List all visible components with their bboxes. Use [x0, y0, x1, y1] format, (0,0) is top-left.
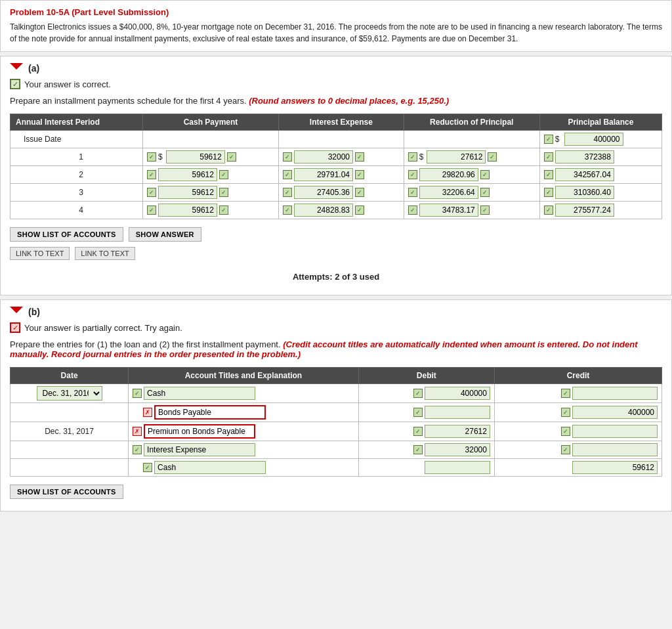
- credit-check-premium: ✓: [561, 427, 570, 436]
- interest-input-3[interactable]: [294, 186, 353, 199]
- reduction-check-4: ✓: [408, 206, 417, 215]
- link-row: LINK TO TEXT LINK TO TEXT: [10, 247, 662, 260]
- interest-check-4b: ✓: [355, 206, 364, 215]
- account-input-bonds[interactable]: [154, 405, 266, 420]
- balance-check-icon: ✓: [544, 135, 553, 144]
- balance-check-3: ✓: [544, 188, 553, 197]
- account-check-premium-error: ✗: [133, 427, 142, 436]
- credit-check-cash-1: ✓: [561, 389, 570, 398]
- period-1: 1: [10, 148, 143, 166]
- cash-check-3: ✓: [147, 188, 156, 197]
- credit-input-interest[interactable]: [572, 443, 658, 456]
- partial-answer-banner: ✓ Your answer is partially correct. Try …: [10, 322, 662, 333]
- account-check-cash-2: ✓: [143, 463, 152, 472]
- cash-check-1b: ✓: [227, 152, 236, 162]
- debit-check-premium: ✓: [413, 427, 423, 436]
- correct-text: Your answer is correct.: [24, 79, 111, 89]
- balance-input-4[interactable]: [555, 204, 614, 217]
- account-check-interest: ✓: [133, 445, 142, 454]
- balance-check-1: ✓: [544, 152, 553, 162]
- cash-check-2b: ✓: [219, 170, 228, 179]
- credit-input-cash-1[interactable]: [572, 387, 658, 400]
- debit-input-premium[interactable]: [425, 425, 490, 438]
- j-col-date: Date: [10, 368, 129, 384]
- interest-check-2b: ✓: [355, 170, 364, 179]
- debit-check-bonds: ✓: [413, 408, 423, 417]
- show-answer-button[interactable]: SHOW ANSWER: [129, 227, 201, 242]
- partial-text: Your answer is partially correct. Try ag…: [24, 323, 182, 333]
- cash-input-1[interactable]: [166, 150, 225, 163]
- section-part-b: (b) ✓ Your answer is partially correct. …: [0, 299, 672, 511]
- interest-input-1[interactable]: [294, 150, 353, 163]
- show-list-button-a[interactable]: SHOW LIST OF ACCOUNTS: [10, 227, 123, 242]
- balance-check-4: ✓: [544, 206, 553, 215]
- show-list-button-b[interactable]: SHOW LIST OF ACCOUNTS: [10, 485, 123, 499]
- link-text-button-1[interactable]: LINK TO TEXT: [10, 247, 70, 260]
- col-period: Annual Interest Period: [10, 114, 143, 131]
- journal-row-2-interest: ✓ ✓ ✓: [10, 441, 662, 459]
- journal-table: Date Account Titles and Explanation Debi…: [10, 367, 662, 477]
- balance-input-1[interactable]: [555, 150, 614, 163]
- account-check-cash-1: ✓: [133, 389, 142, 398]
- credit-check-interest: ✓: [561, 445, 570, 454]
- dollar-sign: $: [158, 152, 163, 162]
- section-a-header: (a): [10, 63, 662, 74]
- journal-row-2-premium: Dec. 31, 2017 ✗ ✓: [10, 422, 662, 441]
- account-input-premium[interactable]: [144, 424, 255, 439]
- debit-check-interest: ✓: [413, 445, 423, 454]
- period-4: 4: [10, 202, 143, 219]
- correct-check-icon: ✓: [10, 79, 20, 89]
- issue-balance-input[interactable]: [564, 133, 623, 146]
- credit-input-cash-2[interactable]: [572, 461, 658, 474]
- account-input-cash-1[interactable]: [144, 387, 255, 400]
- reduction-check-2: ✓: [408, 170, 417, 179]
- cash-input-3[interactable]: [158, 186, 217, 199]
- j-col-account: Account Titles and Explanation: [129, 368, 359, 384]
- cash-check-1: ✓: [147, 152, 156, 162]
- credit-input-bonds[interactable]: [572, 406, 658, 419]
- reduction-input-3[interactable]: [419, 186, 478, 199]
- col-interest: Interest Expense: [279, 114, 404, 131]
- cash-input-2[interactable]: [158, 168, 217, 181]
- link-text-button-2[interactable]: LINK TO TEXT: [75, 247, 135, 260]
- reduction-input-2[interactable]: [419, 168, 478, 181]
- balance-check-2: ✓: [544, 170, 553, 179]
- cash-input-4[interactable]: [158, 204, 217, 217]
- section-b-toggle[interactable]: [10, 307, 23, 317]
- button-row-a: SHOW LIST OF ACCOUNTS SHOW ANSWER: [10, 227, 662, 242]
- reduction-input-1[interactable]: [427, 150, 486, 163]
- interest-input-4[interactable]: [294, 204, 353, 217]
- debit-input-cash-1[interactable]: [425, 387, 490, 400]
- section-part-a: (a) ✓ Your answer is correct. Prepare an…: [0, 56, 672, 295]
- instruction-a: Prepare an installment payments schedule…: [10, 96, 662, 106]
- problem-header: Problem 10-5A (Part Level Submission) Ta…: [0, 0, 672, 52]
- debit-input-cash-2[interactable]: [425, 461, 490, 474]
- reduction-input-4[interactable]: [419, 204, 478, 217]
- account-input-cash-2[interactable]: [154, 461, 266, 474]
- problem-title: Problem 10-5A (Part Level Submission): [10, 7, 662, 17]
- balance-input-2[interactable]: [555, 168, 614, 181]
- date-select-1[interactable]: Dec. 31, 2016: [37, 386, 102, 401]
- interest-check-3: ✓: [283, 188, 292, 197]
- reduction-check-4b: ✓: [480, 206, 490, 215]
- j-col-credit: Credit: [494, 368, 662, 384]
- account-input-interest[interactable]: [144, 443, 255, 456]
- debit-input-interest[interactable]: [425, 443, 490, 456]
- interest-input-2[interactable]: [294, 168, 353, 181]
- journal-row-2-cash: ✓: [10, 459, 662, 477]
- issue-date-label: Issue Date: [10, 131, 143, 148]
- journal-row-1-bonds: ✗ ✓ ✓: [10, 403, 662, 422]
- interest-check-1b: ✓: [355, 152, 364, 162]
- issue-date-row: Issue Date ✓ $: [10, 131, 662, 148]
- section-a-toggle[interactable]: [10, 63, 23, 74]
- cash-check-2: ✓: [147, 170, 156, 179]
- instruction-a-italic: (Round answers to 0 decimal places, e.g.…: [249, 96, 449, 106]
- cash-check-4: ✓: [147, 206, 156, 215]
- balance-input-3[interactable]: [555, 186, 614, 199]
- credit-input-premium[interactable]: [572, 425, 658, 438]
- journal-row-1-cash: Dec. 31, 2016 ✓ ✓: [10, 384, 662, 403]
- reduction-check-3b: ✓: [480, 188, 490, 197]
- col-cash: Cash Payment: [142, 114, 278, 131]
- debit-input-bonds[interactable]: [425, 406, 490, 419]
- table-row: 3 ✓ ✓ ✓ ✓: [10, 184, 662, 202]
